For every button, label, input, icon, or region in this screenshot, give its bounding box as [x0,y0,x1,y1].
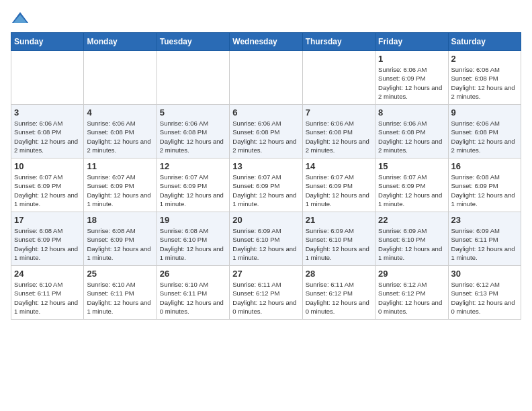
day-number: 17 [14,215,81,225]
logo [11,11,32,26]
day-cell [302,51,375,105]
day-number: 2 [451,54,518,64]
day-number: 5 [160,107,226,118]
day-info: Sunrise: 6:08 AM Sunset: 6:10 PM Dayligh… [160,226,226,262]
day-info: Sunrise: 6:10 AM Sunset: 6:11 PM Dayligh… [87,280,153,316]
day-info: Sunrise: 6:09 AM Sunset: 6:10 PM Dayligh… [232,226,299,262]
day-number: 22 [378,215,445,225]
day-number: 8 [378,107,445,118]
day-number: 25 [87,269,153,279]
day-cell: 8Sunrise: 6:06 AM Sunset: 6:08 PM Daylig… [375,105,448,158]
week-row-2: 3Sunrise: 6:06 AM Sunset: 6:08 PM Daylig… [11,105,521,158]
day-info: Sunrise: 6:06 AM Sunset: 6:08 PM Dayligh… [451,119,518,154]
day-info: Sunrise: 6:06 AM Sunset: 6:08 PM Dayligh… [378,119,445,154]
day-number: 24 [14,269,81,279]
day-number: 7 [306,107,372,118]
day-info: Sunrise: 6:07 AM Sunset: 6:09 PM Dayligh… [14,173,81,208]
day-cell: 14Sunrise: 6:07 AM Sunset: 6:09 PM Dayli… [302,158,375,212]
day-cell: 1Sunrise: 6:06 AM Sunset: 6:09 PM Daylig… [375,51,448,105]
weekday-header-row: SundayMondayTuesdayWednesdayThursdayFrid… [11,33,521,51]
day-info: Sunrise: 6:08 AM Sunset: 6:09 PM Dayligh… [451,173,518,208]
day-info: Sunrise: 6:06 AM Sunset: 6:08 PM Dayligh… [14,119,81,154]
day-info: Sunrise: 6:06 AM Sunset: 6:08 PM Dayligh… [232,119,299,154]
day-cell: 16Sunrise: 6:08 AM Sunset: 6:09 PM Dayli… [448,158,521,212]
day-cell: 21Sunrise: 6:09 AM Sunset: 6:10 PM Dayli… [302,212,375,266]
day-number: 1 [378,54,445,64]
day-number: 6 [232,107,299,118]
week-row-3: 10Sunrise: 6:07 AM Sunset: 6:09 PM Dayli… [11,158,521,212]
day-number: 23 [451,215,518,225]
day-number: 3 [14,107,81,118]
day-cell: 30Sunrise: 6:12 AM Sunset: 6:13 PM Dayli… [448,266,521,320]
day-number: 19 [160,215,226,225]
day-info: Sunrise: 6:10 AM Sunset: 6:11 PM Dayligh… [160,280,226,316]
weekday-header-thursday: Thursday [302,33,375,51]
day-info: Sunrise: 6:12 AM Sunset: 6:12 PM Dayligh… [378,280,445,316]
day-number: 21 [306,215,372,225]
day-info: Sunrise: 6:07 AM Sunset: 6:09 PM Dayligh… [378,173,445,208]
week-row-1: 1Sunrise: 6:06 AM Sunset: 6:09 PM Daylig… [11,51,521,105]
weekday-header-sunday: Sunday [11,33,84,51]
day-info: Sunrise: 6:11 AM Sunset: 6:12 PM Dayligh… [306,280,372,316]
calendar-table: SundayMondayTuesdayWednesdayThursdayFrid… [11,32,521,320]
day-number: 11 [87,161,153,171]
day-cell: 22Sunrise: 6:09 AM Sunset: 6:10 PM Dayli… [375,212,448,266]
day-info: Sunrise: 6:09 AM Sunset: 6:11 PM Dayligh… [451,226,518,262]
day-info: Sunrise: 6:07 AM Sunset: 6:09 PM Dayligh… [232,173,299,208]
day-info: Sunrise: 6:10 AM Sunset: 6:11 PM Dayligh… [14,280,81,316]
day-number: 10 [14,161,81,171]
day-info: Sunrise: 6:12 AM Sunset: 6:13 PM Dayligh… [451,280,518,316]
generalblue-logo-icon [11,11,30,26]
day-cell: 20Sunrise: 6:09 AM Sunset: 6:10 PM Dayli… [230,212,302,266]
day-number: 16 [451,161,518,171]
day-cell: 27Sunrise: 6:11 AM Sunset: 6:12 PM Dayli… [230,266,302,320]
week-row-5: 24Sunrise: 6:10 AM Sunset: 6:11 PM Dayli… [11,266,521,320]
day-cell: 7Sunrise: 6:06 AM Sunset: 6:08 PM Daylig… [302,105,375,158]
day-info: Sunrise: 6:06 AM Sunset: 6:08 PM Dayligh… [87,119,153,154]
week-row-4: 17Sunrise: 6:08 AM Sunset: 6:09 PM Dayli… [11,212,521,266]
header [11,11,521,26]
weekday-header-saturday: Saturday [448,33,521,51]
day-number: 29 [378,269,445,279]
day-number: 13 [232,161,299,171]
day-info: Sunrise: 6:06 AM Sunset: 6:08 PM Dayligh… [451,65,518,101]
day-info: Sunrise: 6:06 AM Sunset: 6:08 PM Dayligh… [160,119,226,154]
day-number: 20 [232,215,299,225]
day-number: 26 [160,269,226,279]
day-cell: 24Sunrise: 6:10 AM Sunset: 6:11 PM Dayli… [11,266,84,320]
day-cell: 2Sunrise: 6:06 AM Sunset: 6:08 PM Daylig… [448,51,521,105]
day-number: 12 [160,161,226,171]
weekday-header-tuesday: Tuesday [157,33,229,51]
day-number: 27 [232,269,299,279]
day-info: Sunrise: 6:08 AM Sunset: 6:09 PM Dayligh… [87,226,153,262]
day-info: Sunrise: 6:11 AM Sunset: 6:12 PM Dayligh… [232,280,299,316]
day-cell: 12Sunrise: 6:07 AM Sunset: 6:09 PM Dayli… [157,158,229,212]
day-cell: 6Sunrise: 6:06 AM Sunset: 6:08 PM Daylig… [230,105,302,158]
day-cell [157,51,229,105]
day-cell [230,51,302,105]
day-number: 9 [451,107,518,118]
day-cell: 15Sunrise: 6:07 AM Sunset: 6:09 PM Dayli… [375,158,448,212]
day-cell: 17Sunrise: 6:08 AM Sunset: 6:09 PM Dayli… [11,212,84,266]
day-cell: 25Sunrise: 6:10 AM Sunset: 6:11 PM Dayli… [84,266,157,320]
day-number: 4 [87,107,153,118]
day-cell: 23Sunrise: 6:09 AM Sunset: 6:11 PM Dayli… [448,212,521,266]
day-cell: 26Sunrise: 6:10 AM Sunset: 6:11 PM Dayli… [157,266,229,320]
day-number: 30 [451,269,518,279]
day-cell: 13Sunrise: 6:07 AM Sunset: 6:09 PM Dayli… [230,158,302,212]
day-cell: 5Sunrise: 6:06 AM Sunset: 6:08 PM Daylig… [157,105,229,158]
day-number: 15 [378,161,445,171]
weekday-header-monday: Monday [84,33,157,51]
day-cell: 18Sunrise: 6:08 AM Sunset: 6:09 PM Dayli… [84,212,157,266]
day-cell: 9Sunrise: 6:06 AM Sunset: 6:08 PM Daylig… [448,105,521,158]
day-cell: 4Sunrise: 6:06 AM Sunset: 6:08 PM Daylig… [84,105,157,158]
day-cell: 28Sunrise: 6:11 AM Sunset: 6:12 PM Dayli… [302,266,375,320]
day-info: Sunrise: 6:08 AM Sunset: 6:09 PM Dayligh… [14,226,81,262]
day-cell: 10Sunrise: 6:07 AM Sunset: 6:09 PM Dayli… [11,158,84,212]
day-cell: 11Sunrise: 6:07 AM Sunset: 6:09 PM Dayli… [84,158,157,212]
day-cell [11,51,84,105]
day-info: Sunrise: 6:09 AM Sunset: 6:10 PM Dayligh… [378,226,445,262]
day-info: Sunrise: 6:06 AM Sunset: 6:08 PM Dayligh… [306,119,372,154]
weekday-header-friday: Friday [375,33,448,51]
day-number: 14 [306,161,372,171]
